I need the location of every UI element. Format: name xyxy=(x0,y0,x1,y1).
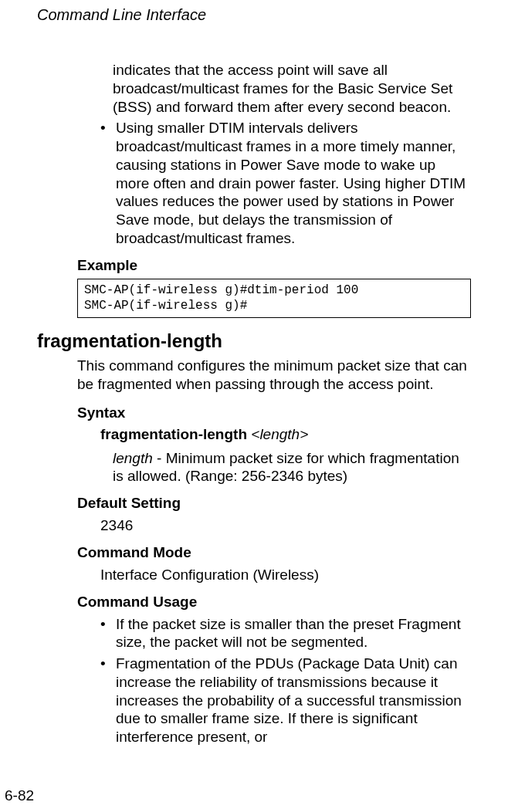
command-mode-value: Interface Configuration (Wireless) xyxy=(100,566,471,584)
syntax-line: fragmentation-length <length> xyxy=(100,426,471,443)
command-description: This command configures the minimum pack… xyxy=(77,357,471,394)
syntax-arg: <length> xyxy=(251,426,308,442)
syntax-command: fragmentation-length xyxy=(100,426,247,442)
default-setting-label: Default Setting xyxy=(77,495,471,512)
continued-paragraph: indicates that the access point will sav… xyxy=(113,61,471,116)
syntax-arg-description: length - Minimum packet size for which f… xyxy=(113,449,471,486)
syntax-arg-term: length xyxy=(113,450,153,466)
bullet-dtim-usage: Using smaller DTIM intervals delivers br… xyxy=(100,119,471,247)
command-mode-label: Command Mode xyxy=(77,544,471,561)
example-code-block: SMC-AP(if-wireless g)#dtim-period 100 SM… xyxy=(77,279,471,319)
default-setting-value: 2346 xyxy=(100,516,471,535)
syntax-arg-rest: - Minimum packet size for which fragment… xyxy=(113,450,459,485)
syntax-label: Syntax xyxy=(77,404,471,421)
command-usage-label: Command Usage xyxy=(77,594,471,611)
running-header: Command Line Interface xyxy=(37,6,471,24)
usage-bullet-2: Fragmentation of the PDUs (Package Data … xyxy=(100,655,471,746)
page-number: 6-82 xyxy=(5,787,34,804)
page: Command Line Interface indicates that th… xyxy=(0,0,508,812)
example-label: Example xyxy=(77,257,471,274)
usage-bullet-1: If the packet size is smaller than the p… xyxy=(100,615,471,652)
command-heading: fragmentation-length xyxy=(37,330,471,352)
